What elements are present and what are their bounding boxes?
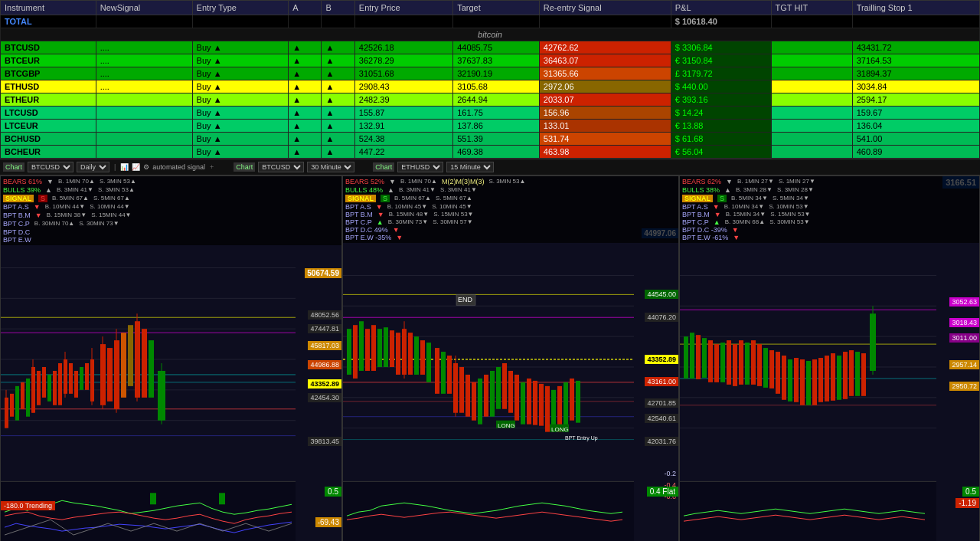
tgthit-btcusd <box>771 41 852 54</box>
svg-rect-96 <box>390 330 394 367</box>
chart-icon-line[interactable]: 📈 <box>132 163 140 171</box>
svg-rect-97 <box>396 333 400 375</box>
svg-rect-108 <box>447 356 452 394</box>
svg-rect-106 <box>435 348 439 394</box>
svg-rect-15 <box>10 394 14 417</box>
svg-rect-100 <box>408 333 413 375</box>
instrument-btcusd: BTCUSD <box>1 41 96 54</box>
automated-signal-btn[interactable]: automated signal <box>152 163 205 171</box>
chart-icon-bar[interactable]: 📊 <box>120 163 129 171</box>
table-row[interactable]: BTCUSD .... Buy ▲ ▲ ▲ 42526.18 44085.75 … <box>1 41 980 54</box>
price-p3-mid: 43352.89 <box>645 355 678 364</box>
svg-rect-92 <box>365 329 370 371</box>
osc-val-mid: 0.4 Flat <box>647 487 678 497</box>
table-row[interactable]: LTCEUR Buy ▲ ▲ ▲ 132.91 137.86 133.01 € … <box>1 120 980 133</box>
svg-rect-179 <box>684 336 688 379</box>
table-row[interactable]: BTCGBP .... Buy ▲ ▲ ▲ 31051.68 32190.19 … <box>1 67 980 80</box>
timeframe-select-mid[interactable]: 30 Minute <box>307 162 354 172</box>
svg-rect-18 <box>26 379 30 417</box>
svg-rect-50 <box>219 493 225 504</box>
svg-rect-30 <box>80 367 83 390</box>
neg-val-1: -0.2 <box>664 470 676 477</box>
osc-val-right: 0.5 <box>962 487 979 497</box>
col-trailing: Trailling Stop 1 <box>852 1 979 15</box>
svg-rect-107 <box>441 352 446 394</box>
svg-rect-129 <box>570 379 574 421</box>
symbol-select-left[interactable]: BTCUSD <box>28 162 74 172</box>
table-row[interactable]: ETHUSD .... Buy ▲ ▲ ▲ 2908.43 3105.68 29… <box>1 80 980 93</box>
svg-rect-29 <box>74 371 78 398</box>
svg-rect-122 <box>527 379 531 425</box>
svg-rect-186 <box>727 340 731 385</box>
col-pnl: P&L <box>671 1 771 15</box>
table-row[interactable]: BCHUSD Buy ▲ ▲ ▲ 524.38 551.39 531.74 $ … <box>1 133 980 146</box>
svg-rect-188 <box>739 340 743 385</box>
svg-text:END: END <box>458 296 472 303</box>
svg-rect-49 <box>150 493 156 504</box>
svg-rect-205 <box>843 352 848 399</box>
timeframe-select-left[interactable]: Daily <box>77 162 109 172</box>
svg-rect-130 <box>576 381 580 423</box>
svg-rect-16 <box>15 386 19 421</box>
col-entry-price: Entry Price <box>354 1 452 15</box>
table-row[interactable]: ETHEUR Buy ▲ ▲ ▲ 2482.39 2644.94 2033.07… <box>1 93 980 107</box>
svg-rect-190 <box>751 340 756 385</box>
svg-rect-103 <box>426 343 431 382</box>
price-p5-right: 2950.72 <box>949 382 979 391</box>
svg-rect-39 <box>121 333 126 398</box>
svg-rect-192 <box>763 348 768 388</box>
osc-val-left: 0.5 <box>325 487 341 497</box>
svg-rect-43 <box>142 329 147 398</box>
price-p1-mid: 44545.00 <box>645 290 678 299</box>
svg-rect-93 <box>371 325 376 371</box>
svg-text:LONG: LONG <box>551 426 569 433</box>
svg-rect-115 <box>484 375 488 417</box>
chart-tab-right[interactable]: Chart <box>373 162 394 172</box>
table-row[interactable]: LTCUSD Buy ▲ ▲ ▲ 155.87 161.75 156.96 $ … <box>1 107 980 120</box>
signal-value-left: S <box>38 195 47 202</box>
chart-panel-left: BEARS 61% ▼ B. 1MIN 70▲ S. 3MIN 53▲ BULL… <box>0 175 342 541</box>
svg-rect-111 <box>459 367 464 413</box>
svg-rect-36 <box>107 348 113 402</box>
svg-rect-195 <box>782 356 786 400</box>
svg-rect-117 <box>496 367 501 409</box>
chart-tab-mid[interactable]: Chart <box>234 162 255 172</box>
svg-rect-193 <box>769 350 774 389</box>
instrument-btceur: BTCEUR <box>1 54 96 67</box>
symbol-select-mid[interactable]: BTCUSD <box>258 162 304 172</box>
svg-rect-89 <box>347 329 351 375</box>
col-target: Target <box>453 1 540 15</box>
svg-rect-121 <box>521 382 525 425</box>
table-header-row: Instrument NewSignal Entry Type A B Entr… <box>1 1 980 15</box>
table-row[interactable]: BTCEUR .... Buy ▲ ▲ ▲ 36278.29 37637.83 … <box>1 54 980 67</box>
left-signals: BEARS 61% ▼ B. 1MIN 70▲ S. 3MIN 53▲ BULL… <box>1 176 341 245</box>
chart-icon-settings[interactable]: ⚙ <box>143 163 149 171</box>
svg-rect-31 <box>85 363 89 390</box>
svg-rect-125 <box>545 386 550 432</box>
chart-tab-left[interactable]: Chart <box>3 162 24 172</box>
trending-label-left: -180.0 Trending <box>1 501 55 510</box>
svg-rect-197 <box>794 358 799 402</box>
timeframe-select-right[interactable]: 15 Minute <box>446 162 494 172</box>
svg-rect-17 <box>21 382 24 409</box>
symbol-select-right[interactable]: ETHUSD <box>397 162 443 172</box>
table-row-total: TOTAL $ 10618.40 <box>1 15 980 28</box>
svg-rect-185 <box>720 343 725 382</box>
svg-rect-202 <box>825 356 829 402</box>
svg-rect-187 <box>733 344 737 386</box>
m2m3-label: M(2)M(3)M(3) <box>442 178 485 185</box>
col-a: A <box>289 1 322 15</box>
svg-rect-194 <box>776 352 780 394</box>
signal-label-left: SIGNAL <box>3 195 34 202</box>
svg-rect-183 <box>708 340 713 382</box>
svg-rect-208 <box>861 353 866 396</box>
chart-panel-mid: BEARS 52% ▼ B. 1MIN 70▲ M(2)M(3)M(3) S. … <box>342 175 679 541</box>
svg-rect-102 <box>420 340 425 375</box>
chart-panel-right: BEARS 62% ▼ B. 1MIN 27▼ S. 1MIN 27▼ BULL… <box>679 175 980 541</box>
svg-text:BPT Entry Up: BPT Entry Up <box>565 435 598 441</box>
price-p2-left: 47447.81 <box>308 324 341 333</box>
instrument-btcgbp: BTCGBP <box>1 67 96 80</box>
osc-val2-right: -1.19 <box>956 498 979 508</box>
svg-rect-191 <box>757 344 762 386</box>
table-row[interactable]: BCHEUR Buy ▲ ▲ ▲ 447.22 469.38 463.98 € … <box>1 146 980 159</box>
